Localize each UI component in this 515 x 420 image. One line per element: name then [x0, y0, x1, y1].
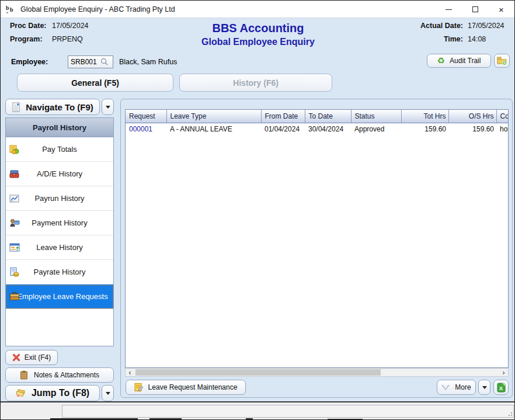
program-value: PRPENQ — [52, 35, 83, 43]
sidebar-item-employee-leave-requests[interactable]: Employee Leave Requests — [6, 284, 113, 309]
sidebar-item-label: Payment History — [32, 218, 87, 227]
proc-date-value: 17/05/2024 — [52, 22, 89, 30]
scroll-right-icon[interactable]: › — [499, 369, 508, 376]
notes-attachments-button[interactable]: Notes & Attachments — [5, 367, 114, 383]
main-panel: Request Leave Type From Date To Date Sta… — [120, 99, 513, 398]
more-label: More — [455, 383, 471, 391]
column-header-os-hrs[interactable]: O/S Hrs — [448, 110, 496, 123]
sidebar-item-ade-history[interactable]: A/D/E History — [6, 162, 113, 186]
cell-status: Approved — [351, 123, 401, 135]
export-excel-button[interactable]: X — [493, 380, 509, 395]
leave-requests-icon — [9, 291, 20, 302]
maximize-icon — [472, 6, 478, 12]
open-folder-button[interactable] — [494, 54, 510, 68]
navigate-to-button[interactable]: Navigate To (F9) — [5, 99, 100, 115]
cell-tot-hrs: 159.60 — [401, 123, 448, 135]
maintenance-note-icon — [134, 383, 144, 392]
employee-row: Employee: Black, Sam Rufus — [11, 55, 177, 68]
column-header-comments[interactable]: Co — [496, 110, 508, 123]
scroll-left-icon[interactable]: ‹ — [126, 369, 134, 376]
sidebar-item-payment-history[interactable]: Payment History — [6, 211, 113, 235]
dropdown-arrow-icon — [106, 392, 110, 395]
app-window: b b s Global Employee Enquiry - ABC Trad… — [0, 0, 515, 420]
column-header-leave-type[interactable]: Leave Type — [166, 110, 261, 123]
payment-history-icon — [9, 218, 20, 228]
recycle-icon: ♻ — [437, 55, 445, 66]
resize-grip[interactable] — [506, 410, 512, 416]
notes-label: Notes & Attachments — [34, 371, 99, 379]
sidebar-item-payrun-history[interactable]: Payrun History — [6, 186, 113, 211]
tab-history[interactable]: History (F6) — [179, 74, 332, 92]
column-header-tot-hrs[interactable]: Tot Hrs — [401, 110, 448, 123]
screen-title: Global Employee Enquiry — [141, 37, 375, 47]
cell-to-date: 30/04/2024 — [305, 123, 351, 135]
audit-trail-button[interactable]: ♻ Audit Trail — [427, 54, 491, 68]
column-header-status[interactable]: Status — [351, 110, 401, 123]
sidebar-item-payrate-history[interactable]: Payrate History — [6, 260, 113, 284]
close-icon: × — [499, 5, 504, 14]
employee-label: Employee: — [11, 58, 68, 66]
actual-date-label: Actual Date: — [420, 22, 463, 30]
horizontal-scrollbar[interactable]: ‹ › — [125, 368, 509, 377]
employee-code-input[interactable] — [68, 58, 100, 66]
payrun-history-icon — [9, 193, 20, 204]
scrollbar-thumb[interactable] — [135, 369, 381, 376]
sidebar-item-pay-totals[interactable]: Pay Totals — [6, 137, 113, 162]
exit-button[interactable]: Exit (F4) — [5, 350, 58, 365]
svg-text:s: s — [6, 10, 8, 15]
maximize-button[interactable] — [462, 1, 488, 18]
notes-icon — [20, 370, 28, 380]
grid-header-row: Request Leave Type From Date To Date Sta… — [126, 110, 508, 123]
navigation-panel: Payroll History Pay Totals A/D/E History — [5, 117, 114, 346]
title-bar: b b s Global Employee Enquiry - ABC Trad… — [1, 1, 514, 18]
column-header-to-date[interactable]: To Date — [305, 110, 351, 123]
sidebar-item-leave-history[interactable]: Leave History — [6, 235, 113, 260]
excel-export-icon: X — [496, 383, 506, 393]
cell-from-date: 01/04/2024 — [261, 123, 305, 135]
table-row[interactable]: 000001 A - ANNUAL LEAVE 01/04/2024 30/04… — [126, 123, 508, 135]
leave-request-maintenance-button[interactable]: Leave Request Maintenance — [126, 380, 246, 395]
pay-totals-icon — [9, 144, 20, 155]
status-panel — [62, 405, 514, 418]
actual-date-value: 17/05/2024 — [468, 22, 510, 30]
tab-general[interactable]: General (F5) — [17, 74, 173, 92]
jump-to-label: Jump To (F8) — [32, 388, 89, 398]
window-controls: × — [436, 1, 514, 18]
audit-trail-label: Audit Trail — [450, 57, 481, 65]
sidebar-item-label: Payrate History — [34, 268, 86, 276]
dropdown-arrow-icon — [106, 106, 110, 109]
close-button[interactable]: × — [488, 1, 514, 18]
window-title: Global Employee Enquiry - ABC Trading Pt… — [20, 5, 175, 13]
jump-to-button[interactable]: Jump To (F8) — [5, 385, 100, 401]
folder-add-icon — [497, 56, 507, 65]
navigate-form-icon — [12, 102, 21, 112]
status-bar — [1, 401, 514, 420]
header-center: BBS Accounting Global Employee Enquiry — [141, 22, 375, 47]
ade-history-icon — [9, 169, 20, 179]
exit-cross-icon — [12, 353, 20, 362]
employee-code-field[interactable] — [68, 55, 113, 68]
cell-os-hrs: 159.60 — [448, 123, 496, 135]
header-left: Proc Date: 17/05/2024 Program: PRPENQ — [10, 22, 89, 48]
minimize-icon — [446, 9, 452, 10]
more-button[interactable]: More — [437, 380, 476, 395]
jump-to-icon — [16, 388, 26, 398]
column-header-request[interactable]: Request — [126, 110, 166, 123]
more-dropdown[interactable] — [478, 380, 490, 395]
cell-request[interactable]: 000001 — [126, 123, 166, 135]
navigate-to-dropdown[interactable] — [102, 99, 114, 115]
search-icon[interactable] — [100, 57, 109, 67]
minimize-button[interactable] — [436, 1, 462, 18]
bbs-app-icon: b b s — [5, 4, 16, 15]
header-right: Actual Date: 17/05/2024 Time: 14:08 — [420, 22, 510, 48]
cell-leave-type: A - ANNUAL LEAVE — [166, 123, 261, 135]
jump-to-dropdown[interactable] — [102, 385, 114, 401]
sidebar-item-label: Leave History — [36, 243, 82, 252]
maintenance-label: Leave Request Maintenance — [148, 383, 238, 391]
payrate-history-icon — [9, 267, 20, 277]
app-title: BBS Accounting — [141, 22, 375, 35]
column-header-from-date[interactable]: From Date — [261, 110, 305, 123]
leave-history-icon — [9, 242, 20, 253]
dropdown-arrow-icon — [482, 386, 487, 389]
program-label: Program: — [10, 35, 52, 43]
